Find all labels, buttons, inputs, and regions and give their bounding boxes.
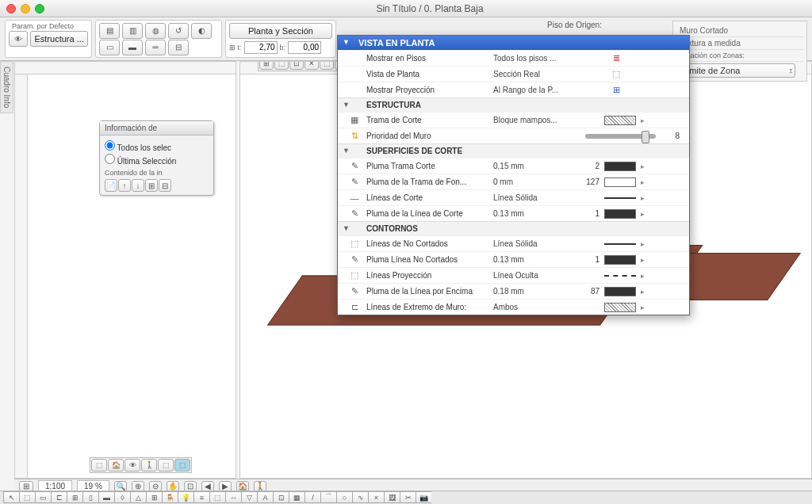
minimize-window-icon[interactable] xyxy=(21,4,30,13)
dropdown-row[interactable]: ✎Pluma de la Trama de Fon...0 mm127▸ xyxy=(338,174,689,189)
dropdown-row[interactable]: ⊏Líneas de Extremo de Muro:Ambos▸ xyxy=(338,299,689,315)
relacion-zonas-label: Relación con Zonas: xyxy=(676,50,803,62)
bottom-tool-palette: ↖ ⬚ ▭ ⊏ ⊞ ▯ ▬ ◊ △ ⊞ 🪑 💡 ≡ ⬚ ↔ ▽ A ⊡ ▦ / … xyxy=(0,491,812,504)
textura-medida-option[interactable]: Textura a medida xyxy=(676,37,803,50)
circle-tool-icon[interactable]: ○ xyxy=(336,491,352,503)
window-tool-icon[interactable]: ⊞ xyxy=(67,491,82,503)
dropdown-row[interactable]: Mostrar ProyecciónAl Rango de la P...⊞ xyxy=(338,82,689,97)
dropdown-row[interactable]: ⇅Prioridad del Muro8 xyxy=(338,128,689,143)
zone-tool-icon[interactable]: ⬚ xyxy=(209,491,225,503)
figure-tool-icon[interactable]: 🖼 xyxy=(384,491,400,503)
view-tool-icon[interactable]: ✕ xyxy=(304,61,319,70)
radio-ultima[interactable]: Última Selección xyxy=(105,154,209,166)
tool-icon[interactable]: ⊟ xyxy=(168,40,189,55)
tool-icon[interactable]: ↺ xyxy=(168,23,189,39)
palette-tool-icon[interactable]: ⊞ xyxy=(145,179,158,192)
nav-icon[interactable]: ⬚ xyxy=(174,459,190,472)
tool-icon[interactable]: ◐ xyxy=(191,23,212,39)
dropdown-row[interactable]: ✎Pluma de la Línea de Corte0.13 mm1▸ xyxy=(338,205,689,221)
level-tool-icon[interactable]: ▽ xyxy=(241,491,257,503)
params-label: Param. por Defecto xyxy=(9,22,88,30)
stair-tool-icon[interactable]: ≡ xyxy=(193,491,209,503)
muro-cortado-option[interactable]: Muro Cortado xyxy=(676,25,803,37)
dropdown-row[interactable]: Vista de PlantaSección Real⬚ xyxy=(338,66,689,82)
radio-todos[interactable]: Todos los selec xyxy=(105,140,209,152)
text-tool-icon[interactable]: A xyxy=(257,491,273,503)
t-input[interactable] xyxy=(244,41,278,54)
ruler-vertical xyxy=(15,74,28,478)
palette-tool-icon[interactable]: ↑ xyxy=(118,179,131,192)
piso-origen-label: Piso de Origen: xyxy=(547,21,602,29)
tool-icon[interactable]: ▥ xyxy=(122,23,143,39)
dropdown-row[interactable]: ⬚Líneas de No CortadosLínea Sólida▸ xyxy=(338,235,689,251)
object-tool-icon[interactable]: 🪑 xyxy=(162,491,178,503)
close-window-icon[interactable] xyxy=(6,4,16,13)
nav-icon[interactable]: ⬚ xyxy=(158,459,174,472)
wall-options-panel: Muro Cortado Textura a medida Relación c… xyxy=(672,21,807,82)
contenido-label: Contenido de la in xyxy=(105,169,209,177)
zoom-window-icon[interactable] xyxy=(35,4,44,13)
plan-mini-toolbar: ⬚ 🏠 👁 🚶 ⬚ ⬚ xyxy=(90,457,192,473)
dropdown-row[interactable]: ✎Pluma Trama Corte0.15 mm2▸ xyxy=(338,158,689,174)
tool-icon[interactable]: ◍ xyxy=(145,23,166,39)
view-tool-icon[interactable]: ⊞ xyxy=(259,61,274,70)
view-tool-icon[interactable]: ⬚ xyxy=(320,61,334,70)
dropdown-row[interactable]: Mostrar en PisosTodos los pisos ...≣ xyxy=(338,50,689,66)
cuadro-info-tab[interactable]: Cuadro Info xyxy=(0,61,13,113)
b-input[interactable] xyxy=(288,41,321,54)
beam-tool-icon[interactable]: ▬ xyxy=(98,491,114,503)
info-palette-header: Información de xyxy=(100,121,213,136)
wall-tool-icon[interactable]: ▭ xyxy=(35,491,51,503)
nav-icon[interactable]: ⬚ xyxy=(91,459,107,472)
estructura-dropdown[interactable]: Estructura ... xyxy=(30,31,88,47)
arrow-tool-icon[interactable]: ↖ xyxy=(3,491,19,503)
section-tool-icon[interactable]: ✂ xyxy=(400,491,416,503)
info-palette: Información de Todos los selec Última Se… xyxy=(99,120,214,196)
roof-tool-icon[interactable]: △ xyxy=(130,491,146,503)
nav-icon[interactable]: 👁 xyxy=(124,459,140,472)
planta-seccion-button[interactable]: Planta y Sección xyxy=(229,23,332,39)
dropdown-section-superficies: ▼SUPERFICIES DE CORTE xyxy=(338,143,689,158)
dropdown-row[interactable]: ⬚Líneas ProyecciónLínea Oculta▸ xyxy=(338,267,689,283)
plan-view-pane: Información de Todos los selec Última Se… xyxy=(14,61,236,479)
line-tool-icon[interactable]: / xyxy=(304,491,320,503)
palette-tool-icon[interactable]: ↓ xyxy=(132,179,144,192)
ruler-horizontal xyxy=(15,62,236,74)
label-tool-icon[interactable]: ⊡ xyxy=(273,491,289,503)
dropdown-row[interactable]: ✎Pluma Línea No Cortados0.13 mm1▸ xyxy=(338,251,689,267)
dropdown-section-estructura: ▼ESTRUCTURA xyxy=(338,97,689,112)
tool-icon[interactable]: ▭ xyxy=(99,40,120,55)
eye-icon[interactable]: 👁 xyxy=(9,31,28,47)
dropdown-row[interactable]: —Líneas de CorteLínea Sólida▸ xyxy=(338,189,689,205)
plan-canvas[interactable]: Información de Todos los selec Última Se… xyxy=(28,74,236,478)
fill-tool-icon[interactable]: ▦ xyxy=(289,491,304,503)
view-tool-icon[interactable]: ⊡ xyxy=(289,61,304,70)
lamp-tool-icon[interactable]: 💡 xyxy=(178,491,193,503)
spline-tool-icon[interactable]: ∿ xyxy=(352,491,368,503)
dropdown-row[interactable]: ✎Pluma de la Línea por Encima0.18 mm87▸ xyxy=(338,283,689,299)
mesh-tool-icon[interactable]: ⊞ xyxy=(146,491,162,503)
tool-icon[interactable]: ═ xyxy=(145,40,166,55)
column-tool-icon[interactable]: ▯ xyxy=(82,491,98,503)
dropdown-row[interactable]: ▦Trama de CorteBloque mampos...▸ xyxy=(338,112,689,128)
tool-icon[interactable]: ▤ xyxy=(99,23,120,39)
tool-icon[interactable]: ▬ xyxy=(122,40,143,55)
palette-tool-icon[interactable]: ⊟ xyxy=(159,179,171,192)
nav-icon[interactable]: 🚶 xyxy=(141,459,157,472)
priority-slider[interactable] xyxy=(585,134,656,139)
nav-icon[interactable]: 🏠 xyxy=(108,459,124,472)
dropdown-header[interactable]: ▼VISTA EN PLANTA xyxy=(338,36,689,50)
hotspot-tool-icon[interactable]: × xyxy=(368,491,384,503)
marquee-tool-icon[interactable]: ⬚ xyxy=(19,491,35,503)
slab-tool-icon[interactable]: ◊ xyxy=(114,491,130,503)
view-tool-icon[interactable]: ⬚ xyxy=(274,61,289,70)
dimension-tool-icon[interactable]: ↔ xyxy=(225,491,241,503)
window-title: Sin Título / 0. Planta Baja xyxy=(54,3,806,14)
traffic-lights xyxy=(6,4,44,13)
door-tool-icon[interactable]: ⊏ xyxy=(51,491,67,503)
palette-tool-icon[interactable]: 📄 xyxy=(105,179,117,192)
camera-tool-icon[interactable]: 📷 xyxy=(416,491,431,503)
dropdown-section-contornos: ▼CONTORNOS xyxy=(338,221,689,235)
limite-zona-dropdown[interactable]: Límite de Zona xyxy=(676,63,795,78)
arc-tool-icon[interactable]: ⌒ xyxy=(320,491,336,503)
